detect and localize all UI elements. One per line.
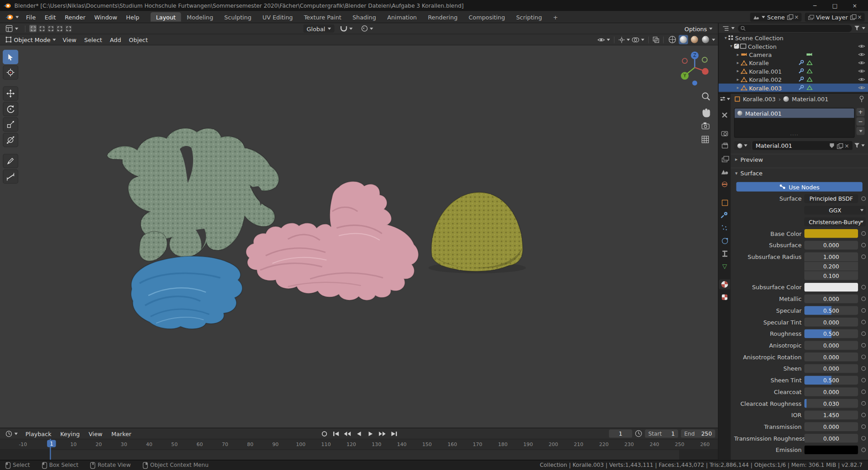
jump-to-end-button[interactable] [389, 429, 398, 437]
filter-funnel-icon[interactable] [854, 25, 859, 31]
outliner-editor-type-button[interactable] [722, 25, 736, 31]
add-workspace-button[interactable]: + [547, 12, 563, 22]
close-button[interactable]: × [845, 0, 865, 11]
view-layer-selector[interactable]: View Layer × [805, 13, 865, 22]
mode-dropdown[interactable]: Object Mode [3, 36, 59, 43]
property-field[interactable] [804, 446, 858, 455]
minimize-button[interactable]: ─ [805, 0, 825, 11]
tool-annotate[interactable] [3, 154, 18, 168]
animate-dot[interactable] [861, 331, 866, 336]
visibility-eye-icon[interactable] [858, 44, 865, 49]
expander-icon[interactable]: ▸ [735, 69, 741, 74]
workspace-tab[interactable]: Compositing [463, 12, 510, 22]
menubar-item[interactable]: Help [122, 11, 144, 23]
surface-section-header[interactable]: ▾ Surface [731, 168, 868, 178]
fake-user-shield-icon[interactable] [830, 143, 834, 148]
shading-rendered-button[interactable] [701, 35, 710, 44]
animate-dot[interactable] [861, 448, 866, 452]
animate-dot[interactable] [861, 320, 866, 324]
orthographic-grid-icon[interactable] [702, 136, 709, 143]
color-swatch[interactable] [804, 229, 858, 238]
tool-select-box[interactable] [3, 50, 18, 64]
outliner-search-input[interactable] [738, 24, 852, 32]
workspace-tab[interactable]: Modeling [181, 12, 219, 22]
viewport-menu-item[interactable]: View [59, 36, 80, 43]
timeline-ruler[interactable]: -101020304050607080901001101201301401501… [0, 439, 718, 450]
jump-prev-keyframe-button[interactable] [343, 429, 352, 437]
animate-dot[interactable] [861, 197, 866, 201]
animate-dot[interactable] [861, 355, 866, 359]
expander-icon[interactable]: ▾ [723, 35, 728, 40]
blender-menu-button[interactable] [2, 14, 22, 20]
tab-modifiers[interactable] [719, 210, 730, 220]
material-name-field[interactable]: Material.001 × [752, 141, 853, 150]
editor-type-button[interactable] [3, 25, 21, 32]
shading-solid-button[interactable] [679, 35, 688, 44]
jump-next-keyframe-button[interactable] [378, 429, 387, 437]
select-mode-intersect-button[interactable] [65, 25, 72, 32]
tab-texture[interactable] [719, 292, 730, 302]
property-field[interactable]: 0.000 [804, 318, 858, 327]
duplicate-material-icon[interactable] [837, 143, 842, 148]
outliner-row[interactable]: ▸ Koralle.001 [718, 67, 868, 75]
scene-selector[interactable]: Scene × [750, 13, 802, 22]
animate-dot[interactable] [861, 254, 866, 259]
menubar-item[interactable]: Render [60, 11, 90, 23]
collection-checkbox[interactable] [734, 44, 739, 49]
tab-physics[interactable] [719, 236, 730, 246]
properties-editor-type-button[interactable] [719, 96, 731, 102]
expander-icon[interactable]: ▸ [735, 77, 741, 82]
shading-wireframe-button[interactable] [668, 35, 677, 44]
tab-object-data[interactable]: ▽ [719, 261, 730, 271]
coral-koralle-olive[interactable] [429, 193, 526, 273]
workspace-tab[interactable]: Texture Paint [298, 12, 347, 22]
property-field[interactable]: 0.000 [804, 352, 858, 362]
current-frame-field[interactable]: 1 [609, 429, 632, 437]
tool-cursor[interactable] [3, 65, 18, 80]
timeline-menu-item[interactable]: View [85, 430, 107, 437]
overlays-toggle-icon[interactable] [632, 36, 639, 43]
workspace-tab[interactable]: UV Editing [257, 12, 298, 22]
outliner-row[interactable]: ▸ Koralle [718, 59, 868, 67]
unlink-view-layer-icon[interactable]: × [857, 14, 862, 20]
new-view-layer-icon[interactable] [850, 14, 855, 19]
use-preview-range-clock-icon[interactable] [635, 430, 642, 437]
pin-icon[interactable] [859, 96, 864, 103]
maximize-button[interactable]: □ [825, 0, 844, 11]
preview-section-header[interactable]: ▸ Preview [731, 154, 868, 164]
menubar-item[interactable]: Edit [40, 11, 61, 23]
animate-dot[interactable] [861, 231, 866, 236]
tool-measure[interactable] [3, 169, 18, 184]
animate-dot[interactable] [861, 243, 866, 248]
property-field[interactable]: 0.000 [804, 294, 858, 303]
browse-material-button[interactable] [734, 141, 751, 150]
material-slot[interactable]: Material.001 [735, 108, 854, 118]
visibility-eye-icon[interactable] [858, 69, 865, 74]
tab-constraints[interactable] [719, 249, 730, 258]
breadcrumb-object[interactable]: Koralle.003 [743, 96, 776, 103]
remove-material-slot-button[interactable]: − [856, 118, 864, 126]
navigation-gizmo[interactable]: Z Y [681, 52, 708, 85]
property-field[interactable]: 1.000 [804, 252, 858, 261]
outliner-row[interactable]: ▸ Koralle.002 [718, 75, 868, 84]
options-dropdown[interactable]: Options [682, 25, 715, 32]
animate-dot[interactable] [861, 367, 866, 371]
property-field[interactable]: 0.000 [804, 364, 858, 373]
material-slot-list[interactable]: Material.001 ···· [734, 108, 855, 138]
expander-icon[interactable]: ▸ [735, 85, 741, 90]
viewport-menu-item[interactable]: Object [125, 36, 152, 43]
tab-world[interactable] [719, 179, 730, 189]
workspace-tab[interactable]: Layout [151, 12, 181, 22]
animate-dot[interactable] [861, 343, 866, 348]
tab-material[interactable] [719, 279, 730, 289]
frame-end-field[interactable]: End250 [681, 429, 715, 437]
property-field[interactable]: 0.000 [804, 241, 858, 250]
viewport-menu-item[interactable]: Add [106, 36, 125, 43]
expander-icon[interactable]: ▸ [735, 52, 741, 57]
animate-dot[interactable] [861, 285, 866, 290]
workspace-tab[interactable]: Rendering [422, 12, 463, 22]
shading-material-button[interactable] [690, 35, 699, 44]
surface-shader-dropdown[interactable]: Principled BSDF [804, 194, 858, 203]
list-resize-grip[interactable]: ···· [790, 132, 799, 138]
timeline-track-area[interactable] [0, 450, 718, 461]
